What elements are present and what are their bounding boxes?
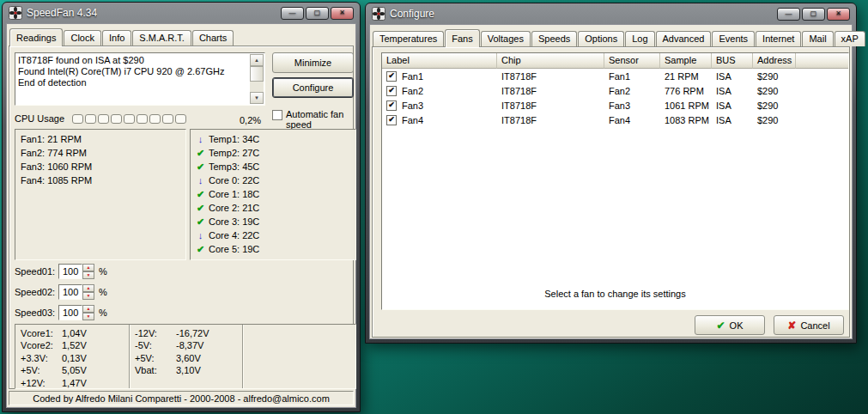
speed-label: Speed01: bbox=[15, 266, 58, 277]
configure-minimize-window-icon[interactable]: — bbox=[777, 8, 800, 21]
check-icon: ✔ bbox=[196, 146, 205, 160]
temp-reading-label: Core 5: 19C bbox=[209, 242, 259, 256]
speedfan-tab-smart[interactable]: S.M.A.R.T. bbox=[132, 30, 191, 46]
voltage-column-1: Vcore1:1,04VVcore2:1,52V+3.3V:0,13V+5V:5… bbox=[15, 325, 129, 388]
configure-titlebar[interactable]: Configure — ▢ ✕ bbox=[369, 3, 853, 24]
voltage-value: 1,04V bbox=[62, 327, 87, 339]
column-header-address[interactable]: Address bbox=[753, 53, 796, 69]
speedfan-close-window-icon[interactable]: ✕ bbox=[331, 7, 354, 20]
voltage-label: +12V: bbox=[21, 377, 62, 389]
log-line: End of detection bbox=[18, 77, 248, 88]
speed-spinner[interactable]: ▲▼ bbox=[82, 305, 94, 320]
scroll-down-icon[interactable]: ▼ bbox=[250, 92, 264, 104]
cell-label: ✔Fan1 bbox=[382, 71, 497, 82]
table-row[interactable]: ✔Fan2IT8718FFan2776 RPMISA$290 bbox=[382, 83, 848, 98]
configure-tab-xap[interactable]: xAP bbox=[835, 31, 865, 46]
fans-list-header: LabelChipSensorSampleBUSAddress bbox=[382, 53, 848, 69]
configure-tab-speeds[interactable]: Speeds bbox=[531, 31, 577, 46]
voltage-reading: +3.3V:0,13V bbox=[21, 352, 124, 364]
configure-close-window-icon[interactable]: ✕ bbox=[827, 8, 850, 21]
configure-maximize-window-icon[interactable]: ▢ bbox=[802, 8, 825, 21]
cpu-usage-cell bbox=[85, 114, 96, 124]
row-label-text: Fan3 bbox=[402, 100, 423, 111]
spin-down-icon[interactable]: ▼ bbox=[82, 292, 94, 300]
cancel-button[interactable]: ✘ Cancel bbox=[774, 315, 844, 335]
fan-reading: Fan3: 1060 RPM bbox=[21, 160, 180, 174]
column-header-label[interactable]: Label bbox=[382, 53, 497, 69]
automatic-fan-speed-checkbox[interactable]: Automatic fan speed bbox=[272, 109, 358, 130]
speed-value-input[interactable]: 100 bbox=[58, 305, 82, 320]
spin-up-icon[interactable]: ▲ bbox=[82, 264, 94, 271]
temp-reading: ✔Temp2: 27C bbox=[196, 146, 350, 160]
speed-spinner[interactable]: ▲▼ bbox=[82, 284, 94, 300]
checkbox-box[interactable] bbox=[272, 110, 282, 120]
column-header-sensor[interactable]: Sensor bbox=[604, 53, 660, 69]
configure-tab-temperatures[interactable]: Temperatures bbox=[373, 31, 444, 46]
spin-down-icon[interactable]: ▼ bbox=[82, 313, 94, 320]
table-row[interactable]: ✔Fan1IT8718FFan121 RPMISA$290 bbox=[382, 69, 848, 83]
speed-spinner[interactable]: ▲▼ bbox=[82, 264, 94, 279]
configure-button[interactable]: Configure bbox=[272, 77, 354, 98]
minimize-button[interactable]: Minimize bbox=[272, 52, 354, 73]
voltage-reading: Vcore1:1,04V bbox=[21, 327, 124, 339]
configure-tab-fans[interactable]: Fans bbox=[445, 29, 479, 47]
temp-reading: ↓Temp1: 34C bbox=[196, 132, 350, 146]
speed-label: Speed02: bbox=[15, 287, 58, 297]
cell-address: $290 bbox=[753, 115, 796, 125]
temp-reading-label: Core 3: 19C bbox=[209, 215, 259, 228]
fan-readings-panel: Fan1: 21 RPMFan2: 774 RPMFan3: 1060 RPMF… bbox=[15, 129, 186, 260]
cancel-button-label: Cancel bbox=[800, 320, 829, 331]
cell-bus: ISA bbox=[712, 115, 753, 125]
scroll-up-icon[interactable]: ▲ bbox=[250, 54, 264, 66]
row-checkbox[interactable]: ✔ bbox=[386, 86, 397, 96]
speedfan-caption-buttons: — ▢ ✕ bbox=[281, 7, 354, 20]
speedfan-tab-clock[interactable]: Clock bbox=[64, 30, 101, 46]
speedfan-minimize-window-icon[interactable]: — bbox=[281, 7, 304, 20]
ok-button[interactable]: ✔ OK bbox=[695, 315, 765, 335]
configure-app-icon bbox=[372, 7, 385, 21]
spin-down-icon[interactable]: ▼ bbox=[82, 271, 94, 279]
row-checkbox[interactable]: ✔ bbox=[386, 115, 397, 125]
configure-tab-mail[interactable]: Mail bbox=[802, 31, 833, 46]
check-icon: ✔ bbox=[196, 242, 205, 256]
cpu-usage-label: CPU Usage bbox=[15, 113, 64, 124]
temp-reading: ↓Core 0: 22C bbox=[196, 174, 350, 187]
speed-control: Speed02:100▲▼% bbox=[15, 283, 107, 301]
configure-tab-log[interactable]: Log bbox=[625, 31, 654, 46]
spin-up-icon[interactable]: ▲ bbox=[82, 305, 94, 313]
configure-tab-internet[interactable]: Internet bbox=[756, 31, 801, 46]
speedfan-tab-charts[interactable]: Charts bbox=[192, 30, 234, 46]
fans-list: LabelChipSensorSampleBUSAddress ✔Fan1IT8… bbox=[381, 52, 849, 310]
speedfan-window-title: SpeedFan 4.34 bbox=[27, 7, 97, 19]
voltage-value: 0,13V bbox=[62, 352, 87, 364]
row-checkbox[interactable]: ✔ bbox=[386, 71, 397, 82]
column-header-bus[interactable]: BUS bbox=[712, 53, 753, 69]
detection-log[interactable]: IT8718F found on ISA at $290Found Intel(… bbox=[15, 52, 265, 106]
fan-reading: Fan2: 774 RPM bbox=[21, 146, 180, 160]
column-header-chip[interactable]: Chip bbox=[497, 53, 604, 69]
speed-value-input[interactable]: 100 bbox=[58, 284, 82, 300]
configure-window: Configure — ▢ ✕ TemperaturesFansVoltages… bbox=[365, 3, 857, 344]
table-row[interactable]: ✔Fan3IT8718FFan31061 RPMISA$290 bbox=[382, 98, 848, 113]
speedfan-titlebar[interactable]: SpeedFan 4.34 — ▢ ✕ bbox=[6, 3, 356, 23]
check-icon: ✔ bbox=[196, 201, 205, 215]
table-row[interactable]: ✔Fan4IT8718FFan41083 RPMISA$290 bbox=[382, 113, 848, 127]
configure-tab-voltages[interactable]: Voltages bbox=[481, 31, 531, 46]
speed-value-input[interactable]: 100 bbox=[58, 264, 82, 279]
row-checkbox[interactable]: ✔ bbox=[386, 100, 397, 111]
spin-up-icon[interactable]: ▲ bbox=[82, 284, 94, 292]
speedfan-tab-readings[interactable]: Readings bbox=[9, 28, 63, 46]
speedfan-maximize-window-icon[interactable]: ▢ bbox=[306, 7, 329, 20]
voltage-label: +5V: bbox=[135, 352, 176, 364]
column-header-sample[interactable]: Sample bbox=[660, 53, 712, 69]
log-scrollbar[interactable]: ▲ ▼ bbox=[250, 54, 264, 104]
scroll-thumb[interactable] bbox=[250, 66, 264, 82]
cell-bus: ISA bbox=[712, 71, 753, 82]
configure-tab-events[interactable]: Events bbox=[712, 31, 755, 46]
voltage-reading: +5V:5,05V bbox=[21, 364, 124, 376]
speedfan-tabbar: ReadingsClockInfoS.M.A.R.T.Charts bbox=[7, 24, 355, 46]
configure-tab-advanced[interactable]: Advanced bbox=[656, 31, 712, 46]
configure-tab-options[interactable]: Options bbox=[578, 31, 624, 46]
cell-chip: IT8718F bbox=[497, 86, 604, 96]
speedfan-tab-info[interactable]: Info bbox=[102, 30, 131, 46]
